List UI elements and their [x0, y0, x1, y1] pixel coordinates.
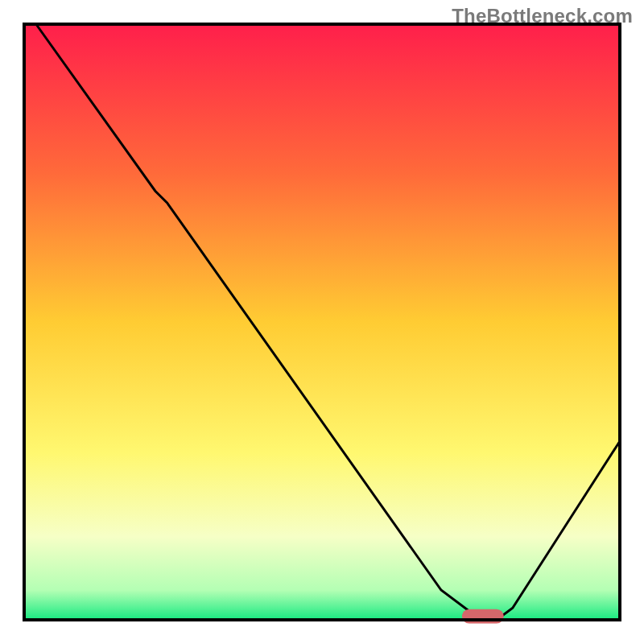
plot-area — [24, 24, 620, 624]
watermark-text: TheBottleneck.com — [452, 5, 633, 27]
chart-svg — [0, 0, 644, 644]
plot-background — [24, 24, 620, 620]
chart-container: TheBottleneck.com — [0, 0, 644, 644]
